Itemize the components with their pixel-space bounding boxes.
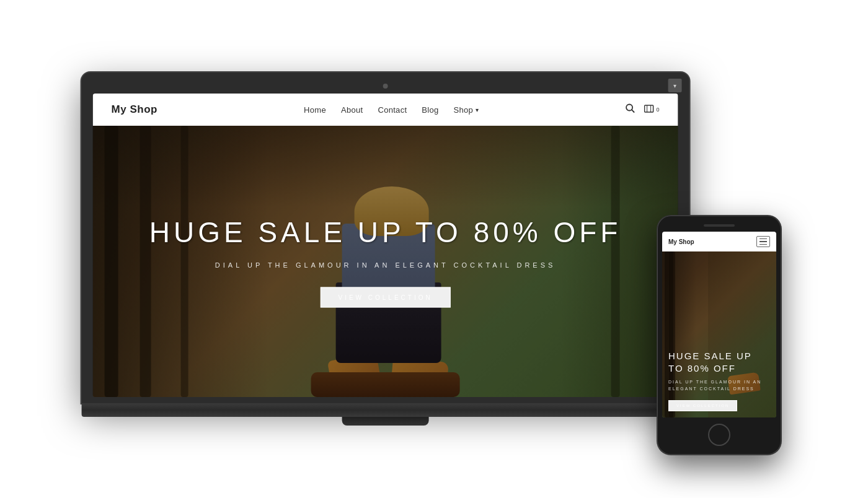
nav-home[interactable]: Home [304, 105, 326, 115]
hero-section: HUGE SALE UP TO 80% OFF DIAL UP THE GLAM… [93, 126, 678, 397]
phone-view-collection-button[interactable]: VIEW COLLECTION [668, 400, 737, 411]
site-nav: Home About Contact Blog Shop ▾ [304, 105, 479, 115]
laptop-stand [342, 417, 429, 426]
svg-line-1 [632, 110, 634, 112]
corner-icon: ▾ [668, 79, 682, 92]
phone-hero-section: HUGE SALE UP TO 80% OFF DIAL UP THE GLAM… [662, 251, 776, 417]
site-header: My Shop Home About Contact Blog Shop ▾ [93, 94, 678, 126]
nav-shop[interactable]: Shop ▾ [454, 105, 479, 115]
cart-icon[interactable]: 0 [644, 105, 660, 115]
view-collection-button[interactable]: VIEW COLLECTION [320, 287, 450, 308]
nav-about[interactable]: About [341, 105, 363, 115]
menu-line-1 [760, 238, 767, 239]
hero-content: HUGE SALE UP TO 80% OFF DIAL UP THE GLAM… [122, 216, 649, 308]
phone-hero-subtitle: DIAL UP THE GLAMOUR IN AN ELEGANT COCKTA… [668, 379, 770, 392]
phone-device: My Shop [657, 216, 781, 455]
laptop-base [82, 403, 689, 417]
nav-contact[interactable]: Contact [378, 105, 407, 115]
phone-hero-content: HUGE SALE UP TO 80% OFF DIAL UP THE GLAM… [662, 344, 776, 417]
phone-site-header: My Shop [662, 232, 776, 251]
phone-speaker [704, 224, 735, 227]
phone-body: My Shop [657, 216, 781, 455]
cart-count: 0 [657, 107, 660, 113]
nav-blog[interactable]: Blog [422, 105, 438, 115]
hero-title: HUGE SALE UP TO 80% OFF [122, 216, 649, 249]
phone-hero-title: HUGE SALE UP TO 80% OFF [668, 350, 770, 374]
menu-line-3 [760, 244, 767, 245]
nav-icons: 0 [626, 103, 660, 116]
phone-home-button[interactable] [708, 424, 730, 446]
svg-rect-2 [645, 105, 653, 112]
scene: ▾ My Shop Home About Contact Blog Shop ▾ [0, 0, 868, 498]
chevron-down-icon: ▾ [476, 107, 479, 113]
laptop-bezel: ▾ My Shop Home About Contact Blog Shop ▾ [82, 72, 689, 403]
site-logo[interactable]: My Shop [112, 103, 157, 116]
hero-subtitle: DIAL UP THE GLAMOUR IN AN ELEGANT COCKTA… [122, 261, 649, 269]
phone-menu-button[interactable] [756, 236, 770, 247]
laptop-device: ▾ My Shop Home About Contact Blog Shop ▾ [82, 72, 689, 426]
laptop-screen: My Shop Home About Contact Blog Shop ▾ [93, 94, 678, 397]
laptop-camera [383, 84, 388, 89]
phone-screen: My Shop [662, 232, 776, 417]
search-icon[interactable] [626, 103, 636, 116]
menu-line-2 [760, 241, 767, 242]
phone-site-logo[interactable]: My Shop [668, 238, 694, 245]
